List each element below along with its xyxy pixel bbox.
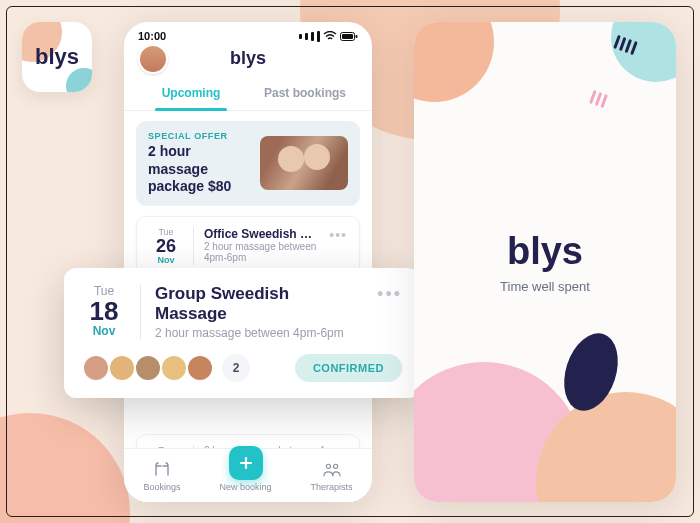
- divider: [193, 227, 194, 265]
- nav-label: New booking: [219, 482, 271, 492]
- app-icon-brand: blys: [35, 44, 79, 70]
- plus-icon: [229, 446, 263, 480]
- participant-avatar: [108, 354, 136, 382]
- svg-point-3: [326, 464, 330, 468]
- detail-day: 18: [82, 298, 126, 324]
- more-icon[interactable]: •••: [377, 284, 402, 340]
- svg-rect-1: [342, 34, 353, 39]
- therapists-icon: [322, 460, 342, 480]
- wifi-icon: [323, 31, 337, 41]
- participant-more[interactable]: 2: [222, 354, 250, 382]
- booking-date: Tue 26 Nov: [149, 227, 183, 265]
- avatar[interactable]: [138, 44, 168, 74]
- tab-past[interactable]: Past bookings: [248, 77, 362, 110]
- app-header: blys: [124, 44, 372, 77]
- status-badge: CONFIRMED: [295, 354, 402, 382]
- app-icon[interactable]: blys: [22, 22, 92, 92]
- bottom-nav: Bookings New booking Therapists: [124, 448, 372, 502]
- more-icon[interactable]: •••: [329, 227, 347, 265]
- nav-new-booking[interactable]: New booking: [219, 460, 271, 492]
- participant-avatar: [186, 354, 214, 382]
- booking-month: Nov: [149, 255, 183, 265]
- splash-tagline: Time well spent: [500, 279, 590, 294]
- tabs: Upcoming Past bookings: [124, 77, 372, 111]
- splash-screen: blys Time well spent: [414, 22, 676, 502]
- booking-day: 26: [149, 237, 183, 255]
- nav-bookings[interactable]: Bookings: [143, 460, 180, 492]
- bookings-icon: [152, 460, 172, 480]
- bg-shape: [0, 413, 130, 523]
- participant-avatar: [82, 354, 110, 382]
- splash-brand: blys: [507, 230, 583, 273]
- booking-sub: 2 hour massage between 4pm-6pm: [204, 241, 319, 263]
- header-brand: blys: [230, 48, 266, 69]
- offer-label: SPECIAL OFFER: [148, 131, 252, 141]
- nav-label: Therapists: [310, 482, 352, 492]
- booking-detail-card[interactable]: Tue 18 Nov Group Sweedish Massage 2 hour…: [64, 268, 420, 398]
- booking-title: Office Sweedish Massage: [204, 227, 319, 241]
- offer-image: [260, 136, 348, 190]
- tab-upcoming[interactable]: Upcoming: [134, 77, 248, 110]
- status-icons: [299, 31, 358, 42]
- status-time: 10:00: [138, 30, 166, 42]
- detail-sub: 2 hour massage between 4pm-6pm: [155, 326, 363, 340]
- svg-point-4: [333, 464, 337, 468]
- offer-card[interactable]: SPECIAL OFFER 2 hour massage package $80: [136, 121, 360, 206]
- nav-label: Bookings: [143, 482, 180, 492]
- phone-mock: 10:00 blys Upcoming Past bookings SPECIA…: [124, 22, 372, 502]
- nav-therapists[interactable]: Therapists: [310, 460, 352, 492]
- battery-icon: [340, 32, 358, 41]
- svg-rect-2: [356, 35, 358, 38]
- offer-title: 2 hour massage package $80: [148, 143, 252, 196]
- booking-dow: Tue: [149, 227, 183, 237]
- status-bar: 10:00: [124, 22, 372, 44]
- divider: [140, 284, 141, 340]
- detail-date: Tue 18 Nov: [82, 284, 126, 340]
- detail-title: Group Sweedish Massage: [155, 284, 363, 324]
- detail-month: Nov: [82, 324, 126, 338]
- participant-avatar: [160, 354, 188, 382]
- participant-avatar: [134, 354, 162, 382]
